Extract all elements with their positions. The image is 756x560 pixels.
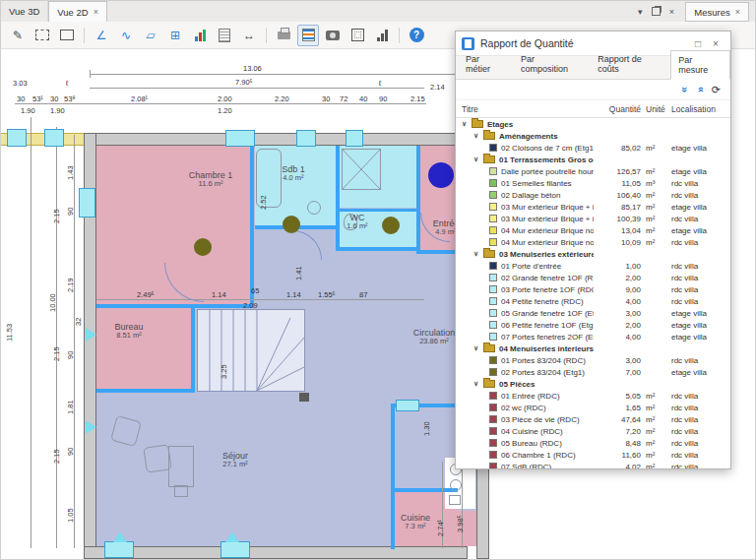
window-marker[interactable] [220,541,250,558]
report-tab-par-m-tier[interactable]: Par métier [458,49,513,79]
door-marker[interactable] [225,531,239,542]
quantity-report-icon[interactable] [297,25,319,46]
door-marker[interactable] [86,328,96,342]
report-item-row[interactable]: 06 Chambre 1 (RDC)11,60m²rdc villa [456,449,730,461]
window-marker[interactable] [346,130,363,147]
report-item-row[interactable]: 02 wc (RDC)1,65m²rdc villa [456,402,730,413]
wall-segment[interactable] [416,146,420,254]
refresh-icon[interactable]: ⟳ [712,84,721,96]
window-marker[interactable] [396,400,419,411]
measure-grid-icon[interactable]: ⊞ [164,25,186,46]
maximize-icon[interactable]: □ [689,38,707,49]
report-item-row[interactable]: 05 Bureau (RDC)8,48m²rdc villa [456,437,730,449]
pencil-tool-icon[interactable]: ✎ [7,25,29,46]
report-item-row[interactable]: 02 Dallage béton106,40m²rdc villa [456,189,730,201]
staircase[interactable] [197,309,305,392]
tab-mesures[interactable]: Mesures × [685,2,749,22]
lasso-select-icon[interactable] [32,25,53,46]
report-item-row[interactable]: 04 Petite fenetre (RDC)4,00rdc villa [456,295,730,307]
room[interactable] [96,308,192,390]
measure-angle-icon[interactable]: ∠ [91,25,112,46]
column-localisation[interactable]: Localisation [671,104,730,114]
measure-area-icon[interactable]: ▱ [140,25,161,46]
poi-marker[interactable] [428,162,454,188]
report-group-row[interactable]: ∨04 Menuiseries interieurs [456,342,730,354]
help-button[interactable]: ? [406,25,427,46]
report-item-row[interactable]: 07 Portes fenetres 2OF (Etg1)4,00etage v… [456,331,730,342]
wall-segment[interactable] [250,146,254,308]
fullscreen-icon[interactable] [346,25,368,46]
column-quantite[interactable]: Quantité [594,104,644,114]
wall-segment[interactable] [336,146,340,211]
close-icon[interactable]: × [663,1,679,22]
report-group-row[interactable]: ∨01 Terrassements Gros oeuvre [456,154,730,165]
kitchen-sink[interactable] [450,479,462,491]
wall-segment[interactable] [391,404,395,492]
report-tab-rapport-de-co-ts[interactable]: Rapport de coûts [590,49,670,79]
caret-icon[interactable]: ∨ [473,380,482,388]
report-item-row[interactable]: 03 Mur extérieur Brique + isolant (etg1)… [456,201,730,213]
report-item-row[interactable]: 02 Cloisons de 7 cm (Etg1)85,02m²etage v… [456,142,730,154]
report-item-row[interactable]: 07 SdB (RDC)4,02m²rdc villa [456,461,730,468]
chart-icon[interactable] [189,25,211,46]
window-marker[interactable] [79,188,95,218]
column-unite[interactable]: Unité [644,104,671,114]
caret-icon[interactable]: ∨ [473,344,482,352]
report-item-row[interactable]: 04 Cuisine (RDC)7,20m²rdc villa [456,425,730,437]
window-marker[interactable] [44,129,64,147]
document-icon[interactable] [214,25,235,46]
poi-marker[interactable] [194,238,212,256]
restore-window-icon[interactable] [648,1,663,22]
hob[interactable] [449,495,461,505]
tab-vue-3d[interactable]: Vue 3D [1,1,48,22]
outer-wall-top[interactable] [84,133,489,146]
report-group-row[interactable]: ∨05 Pièces [456,378,730,390]
door-marker[interactable] [86,420,96,434]
window-marker[interactable] [296,130,316,147]
wall-segment[interactable] [391,488,458,492]
wall-segment[interactable] [191,304,195,393]
sink[interactable] [307,201,321,215]
stairs-column-icon[interactable] [371,25,393,46]
window-marker[interactable] [225,130,255,147]
report-group-row[interactable]: ∨03 Menuiseries extérieures [456,248,730,260]
collapse-all-icon[interactable]: » [679,87,691,93]
poi-marker[interactable] [382,217,400,234]
rect-select-icon[interactable] [56,25,78,46]
shower[interactable] [342,149,381,190]
report-tab-par-mesure[interactable]: Par mesure [670,50,730,80]
outer-wall-bottom[interactable] [84,546,468,559]
report-item-row[interactable]: 01 Entrée (RDC)5,05m²rdc villa [456,390,730,402]
report-item-row[interactable]: 02 Grande fenetre 1OF (RDC)2,00rdc villa [456,272,730,283]
door-marker[interactable] [113,531,127,542]
report-item-row[interactable]: 03 Porte fenetre 1OF (RDC)9,00rdc villa [456,283,730,295]
report-item-row[interactable]: 03 Pièce de vie (RDC)47,64m²rdc villa [456,413,730,425]
column-titre[interactable]: Titre [462,104,594,114]
window-marker[interactable] [104,541,134,558]
expand-all-icon[interactable]: » [694,87,706,93]
close-icon[interactable]: × [94,7,98,17]
report-item-row[interactable]: 03 Mur extérieur Brique + isolant (RDC)1… [456,213,730,224]
report-item-row[interactable]: 01 Porte d'entrée1,00rdc villa [456,260,730,272]
dimension-icon[interactable]: ↔ [238,25,260,46]
stool[interactable] [174,485,188,497]
report-item-row[interactable]: 04 Mur extérieur Brique non isolé (RDC)1… [456,236,730,248]
poi-marker[interactable] [283,216,300,233]
camera-icon[interactable] [322,25,344,46]
wall-segment[interactable] [391,490,395,549]
report-item-row[interactable]: 05 Grande fenetre 1OF (Etg1)3,00etage vi… [456,307,730,319]
report-item-row[interactable]: 01 Semelles filantes11,05m³rdc villa [456,177,730,189]
wall-segment[interactable] [96,304,254,308]
measure-path-icon[interactable]: ∿ [115,25,137,46]
report-group-row[interactable]: ∨Etages [456,118,730,130]
side-table[interactable] [168,446,194,487]
report-tab-par-composition[interactable]: Par composition [513,49,590,79]
wall-segment[interactable] [336,208,340,251]
window-marker[interactable] [7,129,27,147]
report-item-row[interactable]: Dalle portée poutrelle hourdie etg126,57… [456,165,730,177]
close-icon[interactable]: × [735,7,740,17]
report-item-row[interactable]: 01 Portes 83/204 (RDC)3,00rdc villa [456,354,730,366]
caret-icon[interactable]: ∨ [462,120,471,128]
caret-icon[interactable]: ∨ [473,156,482,163]
report-item-row[interactable]: 06 Petite fenetre 1OF (Etg1)2,00etage vi… [456,319,730,331]
